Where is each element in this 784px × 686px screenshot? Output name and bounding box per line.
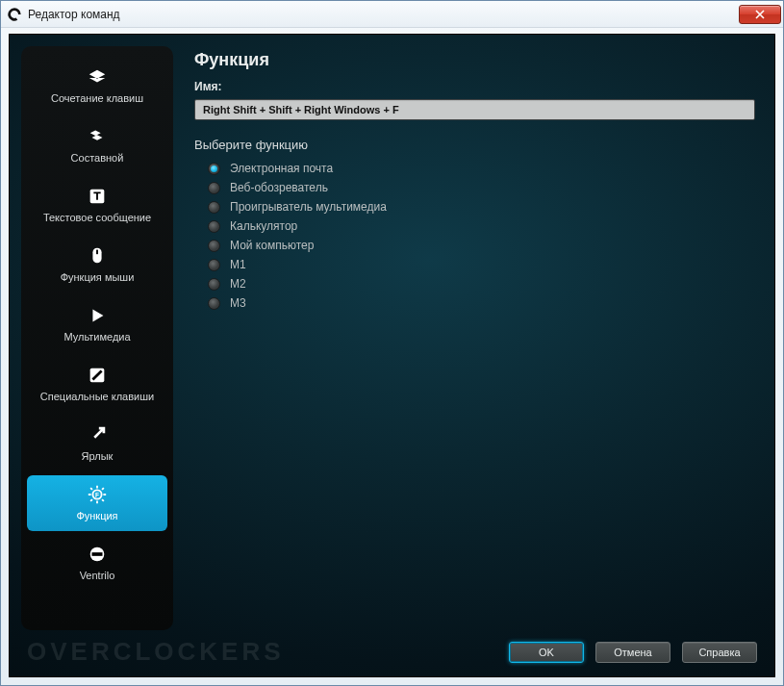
radio-label: Калькулятор [230,219,297,233]
textblock-icon [87,186,108,207]
radio-label: M3 [230,296,246,310]
sidebar-item-label: Функция [76,510,117,523]
ok-button[interactable]: OK [509,642,584,663]
app-logo-icon [7,7,22,22]
mousefn-icon [87,245,108,267]
sidebar: Сочетание клавишСоставнойТекстовое сообщ… [21,46,173,630]
radio-label: M2 [230,277,246,291]
sidebar-item-hotkeys[interactable]: Специальные клавиши [27,356,167,412]
radio-icon [208,278,220,291]
radio-icon [208,163,220,175]
name-input-value: Right Shift + Shift + Right Windows + F [203,104,399,115]
sidebar-item-textblock[interactable]: Текстовое сообщение [27,177,167,233]
radio-label: M1 [230,258,246,271]
sidebar-item-function[interactable]: FФункция [27,475,167,531]
name-label: Имя: [194,80,755,93]
choose-function-label: Выберите функцию [194,138,755,152]
help-button-label: Справка [698,647,740,658]
radio-option[interactable]: Мой компьютер [208,239,755,252]
content-panel: Функция Имя: Right Shift + Shift + Right… [173,46,761,630]
svg-rect-1 [96,249,98,254]
sidebar-item-keystroke[interactable]: Сочетание клавиш [27,58,167,114]
window-title: Редактор команд [28,8,739,21]
radio-icon [208,220,220,233]
radio-label: Электронная почта [230,162,333,175]
ok-button-label: OK [539,647,554,658]
panel-heading: Функция [194,50,755,70]
multikey-icon [87,126,108,147]
sidebar-item-media[interactable]: Мультимедиа [27,296,167,352]
keystroke-icon [87,66,108,88]
hotkeys-icon [87,365,108,386]
sidebar-item-label: Текстовое сообщение [43,212,151,225]
inner-frame: Сочетание клавишСоставнойТекстовое сообщ… [9,34,775,677]
sidebar-item-multikey[interactable]: Составной [27,117,167,173]
close-button[interactable] [739,5,781,24]
radio-label: Мой компьютер [230,239,314,252]
radio-icon [208,259,220,271]
cancel-button[interactable]: Отмена [595,642,670,663]
sidebar-item-label: Ventrilo [80,570,115,583]
name-input[interactable]: Right Shift + Shift + Right Windows + F [194,99,755,120]
radio-label: Веб-обозреватель [230,181,328,194]
sidebar-item-label: Специальные клавиши [40,391,154,404]
radio-icon [208,182,220,194]
radio-option[interactable]: Калькулятор [208,219,755,233]
dialog-footer: OK Отмена Справка [10,636,774,676]
shortcut-icon [87,424,108,445]
sidebar-item-label: Мультимедиа [63,331,130,344]
radio-option[interactable]: Веб-обозреватель [208,181,755,194]
radio-option[interactable]: Проигрыватель мультимедиа [208,200,755,214]
sidebar-item-label: Сочетание клавиш [51,92,143,106]
radio-icon [208,297,220,310]
radio-label: Проигрыватель мультимедиа [230,200,387,214]
radio-icon [208,201,220,214]
body-area: Сочетание клавишСоставнойТекстовое сообщ… [10,35,774,636]
sidebar-item-mousefn[interactable]: Функция мыши [27,237,167,292]
app-window: Редактор команд Сочетание клавишСоставно… [0,0,784,686]
radio-icon [208,240,220,252]
cancel-button-label: Отмена [614,647,651,658]
svg-text:F: F [95,491,99,497]
svg-rect-6 [92,552,103,556]
ventrilo-icon [87,544,108,565]
sidebar-item-shortcut[interactable]: Ярлык [27,416,167,471]
radio-option[interactable]: Электронная почта [208,162,755,175]
radio-option[interactable]: M2 [208,277,755,291]
function-radio-group: Электронная почтаВеб-обозревательПроигры… [194,162,755,310]
media-icon [87,305,108,326]
sidebar-item-label: Функция мыши [61,271,135,285]
sidebar-item-label: Составной [71,152,124,165]
radio-option[interactable]: M3 [208,296,755,310]
titlebar: Редактор команд [1,1,783,28]
function-icon: F [87,484,108,505]
radio-option[interactable]: M1 [208,258,755,271]
sidebar-item-label: Ярлык [82,450,114,464]
help-button[interactable]: Справка [682,642,757,663]
sidebar-item-ventrilo[interactable]: Ventrilo [27,535,167,591]
